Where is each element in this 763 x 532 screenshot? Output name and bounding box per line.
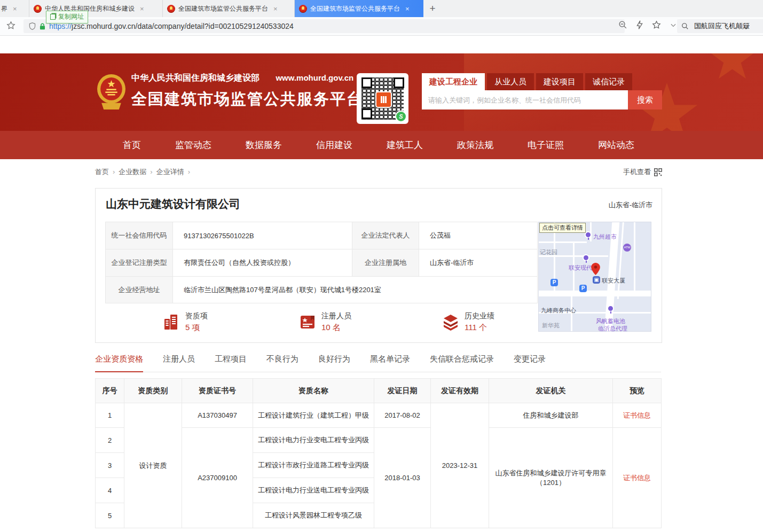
mobile-view-label: 手机查看 [623, 167, 651, 177]
tab-bad-behavior[interactable]: 不良行为 [266, 354, 298, 372]
tab-close-icon[interactable]: × [405, 5, 410, 13]
tab-projects[interactable]: 工程项目 [215, 354, 247, 372]
new-tab-button[interactable]: + [423, 0, 442, 17]
tab-close-icon[interactable]: × [140, 5, 144, 13]
copy-icon [50, 14, 56, 20]
issue-date-cell: 2018-01-03 [374, 428, 431, 528]
search-tab-enterprise[interactable]: 建设工程企业 [422, 73, 485, 90]
col-seq: 序号 [96, 379, 124, 403]
search-button[interactable]: 搜索 [628, 90, 662, 109]
atm-icon: ATM [623, 244, 631, 252]
quick-search-box[interactable] [677, 19, 763, 33]
mini-program-icon: S [395, 111, 407, 122]
tab-qualifications[interactable]: 企业资质资格 [95, 354, 143, 372]
national-emblem-logo [96, 73, 127, 112]
browser-url-bar: https://jzsc.mohurd.gov.cn/data/company/… [0, 17, 763, 36]
tab-registered-personnel[interactable]: 注册人员 [163, 354, 195, 372]
tab-dishonesty-records[interactable]: 失信联合惩戒记录 [430, 354, 494, 372]
nav-item-workers[interactable]: 建筑工人 [387, 139, 423, 151]
emblem-favicon-icon [34, 5, 42, 13]
stat-qualifications: 资质项 5 项 [162, 311, 208, 333]
mobile-view[interactable]: 手机查看 [623, 167, 662, 177]
stat-value: 5 项 [185, 323, 208, 333]
stat-label: 注册人员 [321, 311, 351, 321]
info-label: 统一社会信用代码 [106, 222, 173, 249]
ministry-website: www.mohurd.gov.cn [276, 73, 353, 82]
cert-no-cell: A137030497 [182, 403, 253, 428]
screen: 界 × 中华人民共和国住房和城乡建设 × 全国建筑市场监管公共服务平台 × 全国… [0, 0, 763, 532]
company-location-map[interactable]: 点击可查看详情 九州超市 记花园 ATM 联安现代城 ▣ 联安大厦 P P 九峰… [538, 222, 651, 332]
preview-cell: 证书信息 [613, 403, 662, 428]
qual-name-cell: 工程设计风景园林工程专项乙级 [253, 503, 374, 528]
col-validity: 发证有效期 [431, 379, 489, 403]
preview-cell: 证书信息 [613, 428, 662, 528]
banner-star-decoration [710, 53, 755, 83]
location-marker-icon [591, 263, 600, 275]
nav-item-home[interactable]: 首页 [123, 139, 141, 151]
certificate-info-link[interactable]: 证书信息 [623, 411, 651, 419]
col-cert-no: 资质证书号 [182, 379, 253, 403]
authority-cell: 住房和城乡建设部 [489, 403, 613, 428]
map-label-battery-2: 临沂总代理 [598, 325, 627, 332]
map-label-garden: 记花园 [540, 248, 557, 256]
col-qual-name: 资质名称 [253, 379, 374, 403]
shield-icon[interactable] [29, 22, 36, 30]
stat-value: 10 名 [321, 323, 351, 333]
chevron-down-icon[interactable] [670, 21, 677, 29]
site-banner: 中华人民共和国住房和城乡建设部 www.mohurd.gov.cn 全国建筑市场… [0, 53, 763, 131]
detail-tabs: 企业资质资格 注册人员 工程项目 不良行为 良好行为 黑名单记录 失信联合惩戒记… [95, 354, 661, 372]
search-tab-project[interactable]: 建设项目 [536, 73, 583, 90]
nav-item-policy[interactable]: 政策法规 [457, 139, 493, 151]
nav-item-data-service[interactable]: 数据服务 [246, 139, 282, 151]
certificate-icon [298, 313, 317, 331]
building-marker-icon: ▣ [593, 276, 600, 284]
info-label: 企业法定代表人 [352, 222, 419, 249]
breadcrumb-company-detail[interactable]: 企业详情 [156, 168, 184, 176]
favorite-star-icon[interactable] [652, 20, 661, 29]
company-region: 山东省-临沂市 [609, 200, 652, 210]
tab-title: 全国建筑市场监管公共服务平台 [310, 4, 400, 13]
browser-tab-jzsc-active[interactable]: 全国建筑市场监管公共服务平台 × [295, 0, 423, 17]
parking-icon: P [579, 285, 587, 292]
platform-qr-code: S [357, 73, 408, 124]
copy-url-tooltip[interactable]: 复制网址 [46, 11, 88, 24]
credit-code-value: 91371302675501022B [173, 222, 352, 249]
map-label-business-center: 九峰商务中心 [541, 307, 576, 315]
tab-change-records[interactable]: 变更记录 [514, 354, 546, 372]
company-stats: 资质项 5 项 注册人员 10 名 [105, 311, 543, 341]
tab-good-behavior[interactable]: 良好行为 [318, 354, 350, 372]
nav-item-credit[interactable]: 信用建设 [316, 139, 352, 151]
certificate-info-link[interactable]: 证书信息 [623, 474, 651, 482]
platform-title: 全国建筑市场监管公共服务平台 [131, 89, 363, 110]
browser-tab-jzsc-1[interactable]: 全国建筑市场监管公共服务平台 × [163, 0, 295, 17]
nav-item-site-news[interactable]: 网站动态 [598, 139, 634, 151]
search-tab-credit[interactable]: 诚信记录 [585, 73, 632, 90]
nav-item-e-license[interactable]: 电子证照 [528, 139, 564, 151]
flash-reader-icon[interactable] [636, 20, 643, 29]
qual-name-cell: 工程设计电力行业变电工程专业丙级 [253, 428, 374, 453]
map-pin-icon [583, 254, 589, 261]
copy-url-label: 复制网址 [58, 12, 84, 21]
search-tab-personnel[interactable]: 从业人员 [487, 73, 534, 90]
col-issue-date: 发证日期 [374, 379, 431, 403]
bookmark-star-icon[interactable] [6, 21, 15, 30]
tab-title: 界 [1, 4, 7, 13]
url-field[interactable]: https://jzsc.mohurd.gov.cn/data/company/… [23, 19, 625, 33]
url-bar-actions [618, 20, 677, 29]
col-category: 资质类别 [124, 379, 182, 403]
nav-item-supervision[interactable]: 监管动态 [175, 139, 211, 151]
tab-close-icon[interactable]: × [13, 5, 17, 13]
breadcrumb-home[interactable]: 首页 [95, 168, 109, 176]
tab-close-icon[interactable]: × [273, 5, 278, 13]
tab-blacklist[interactable]: 黑名单记录 [370, 354, 410, 372]
col-preview: 预览 [613, 379, 662, 403]
zoom-out-icon[interactable] [618, 20, 627, 29]
seq-cell: 4 [96, 478, 124, 503]
breadcrumb-company-data[interactable]: 企业数据 [119, 168, 146, 176]
quick-search-input[interactable] [693, 22, 758, 31]
browser-tab-partial[interactable]: 界 × [0, 0, 29, 17]
qual-name-cell: 工程设计市政行业道路工程专业丙级 [253, 453, 374, 478]
table-row: 1 设计资质 A137030497 工程设计建筑行业（建筑工程）甲级 2017-… [96, 403, 662, 428]
keyword-search-input[interactable] [422, 90, 628, 109]
breadcrumb: 首页›企业数据›企业详情› 手机查看 [95, 167, 662, 179]
